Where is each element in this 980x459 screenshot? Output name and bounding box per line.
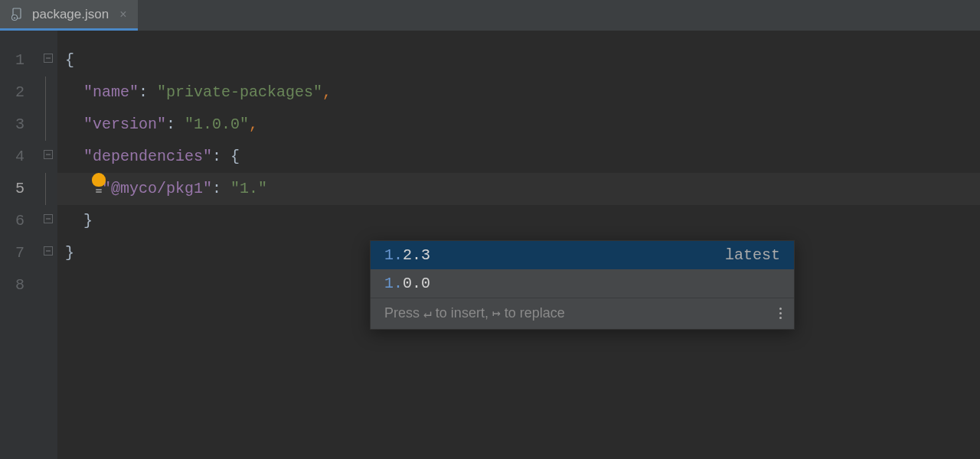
completion-tag: latest	[725, 246, 780, 264]
completion-text: 1.2.3	[384, 246, 430, 264]
completion-footer: Press ↵ to insert, ↦ to replace	[371, 298, 794, 329]
code-line: }	[57, 205, 980, 237]
tab-key-icon: ↦	[492, 304, 501, 321]
line-number: 4	[0, 141, 38, 173]
tab-label: package.json	[32, 7, 109, 22]
editor-area: 1 2 3 4 5 6 7 8 { "name": "private-packa…	[0, 31, 980, 459]
fold-spacer	[38, 109, 57, 141]
line-number: 2	[0, 76, 38, 109]
enter-key-icon: ↵	[423, 304, 432, 321]
fold-close-icon[interactable]	[38, 205, 57, 237]
line-number-gutter: 1 2 3 4 5 6 7 8	[0, 31, 38, 459]
tab-close-icon[interactable]: ×	[119, 8, 126, 21]
fold-gutter	[38, 31, 57, 459]
line-number: 6	[0, 205, 38, 237]
line-number: 8	[0, 269, 38, 301]
fold-toggle-icon[interactable]	[38, 44, 57, 76]
file-icon	[11, 8, 24, 21]
completion-item[interactable]: 1.0.0	[371, 269, 794, 298]
fold-toggle-icon[interactable]	[38, 141, 57, 173]
line-number: 3	[0, 109, 38, 141]
line-number: 5	[0, 173, 38, 205]
line-number: 7	[0, 237, 38, 269]
fold-spacer	[38, 173, 57, 205]
code-line: {	[57, 44, 980, 76]
code-line-current: "@myco/pkg1": "1."	[57, 173, 980, 205]
tab-package-json[interactable]: package.json ×	[0, 0, 138, 31]
fold-close-icon[interactable]	[38, 237, 57, 269]
completion-item[interactable]: 1.2.3 latest	[371, 241, 794, 269]
fold-spacer	[38, 76, 57, 109]
completion-text: 1.0.0	[384, 275, 430, 292]
code-line: "name": "private-packages",	[57, 76, 980, 109]
code-line: "version": "1.0.0",	[57, 109, 980, 141]
tab-bar: package.json ×	[0, 0, 980, 31]
completion-hint: Press ↵ to insert, ↦ to replace	[384, 304, 565, 321]
line-number: 1	[0, 44, 38, 76]
intention-lightbulb-icon[interactable]	[92, 173, 109, 190]
completion-popup: 1.2.3 latest 1.0.0 Press ↵ to insert, ↦ …	[370, 240, 795, 330]
more-options-icon[interactable]	[779, 308, 782, 319]
code-area[interactable]: { "name": "private-packages", "version":…	[57, 31, 980, 459]
code-line: "dependencies": {	[57, 141, 980, 173]
